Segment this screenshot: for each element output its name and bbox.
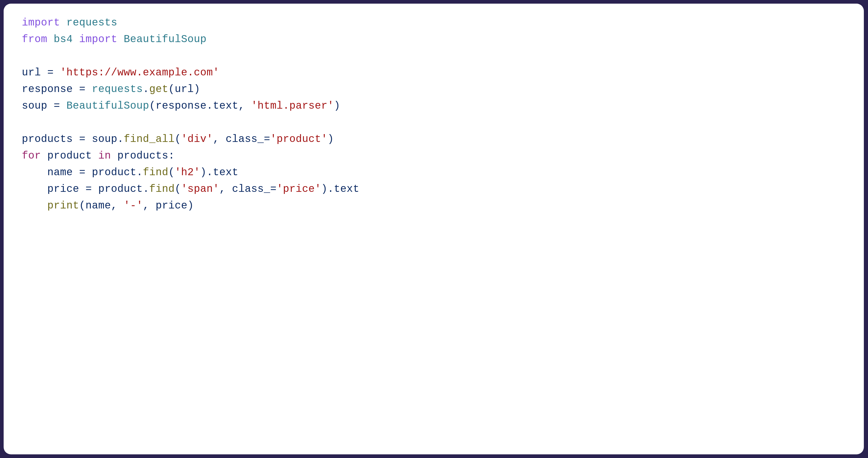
code-token: ,: [143, 200, 149, 212]
code-token: =: [79, 133, 86, 145]
code-token: [118, 33, 124, 45]
code-token: .: [207, 166, 213, 178]
code-token: [86, 84, 92, 95]
code-token: [118, 200, 124, 212]
code-token: =: [47, 67, 54, 79]
code-token: 'price': [277, 183, 321, 195]
code-token: 'h2': [175, 166, 200, 178]
code-token: product: [47, 150, 92, 162]
code-token: url: [22, 67, 41, 79]
code-token: products: [22, 133, 73, 145]
code-token: class_: [232, 183, 270, 195]
code-token: import: [79, 33, 118, 45]
code-token: (: [79, 200, 86, 212]
code-token: url: [175, 84, 194, 95]
code-token: ,: [111, 200, 118, 212]
code-token: [47, 100, 54, 112]
code-line: for product in products:: [22, 150, 175, 162]
code-line: products = soup.find_all('div', class_='…: [22, 133, 334, 145]
code-token: .: [136, 166, 143, 178]
code-token: print: [47, 200, 79, 212]
code-token: ): [334, 100, 340, 112]
code-token: from: [22, 33, 47, 45]
code-token: 'product': [270, 133, 328, 145]
code-token: get: [149, 84, 168, 95]
code-token: =: [86, 183, 92, 195]
code-token: BeautifulSoup: [124, 33, 207, 45]
code-token: :: [168, 150, 175, 162]
code-token: import: [22, 17, 60, 29]
code-token: requests: [92, 84, 143, 95]
code-token: ): [200, 166, 207, 178]
code-token: [47, 33, 54, 45]
code-token: text: [334, 183, 360, 195]
code-line: import requests: [22, 17, 118, 29]
code-token: =: [54, 100, 60, 112]
code-token: for: [22, 150, 41, 162]
code-token: product: [92, 166, 137, 178]
code-token: name: [86, 200, 111, 212]
code-token: =: [79, 84, 86, 95]
code-token: [73, 84, 79, 95]
code-token: text: [213, 166, 238, 178]
code-block: import requests from bs4 import Beautifu…: [22, 14, 846, 214]
code-token: .: [207, 100, 213, 112]
code-token: [219, 133, 226, 145]
code-token: ): [187, 200, 194, 212]
code-token: 'https://www.example.com': [60, 67, 219, 79]
code-token: [60, 17, 66, 29]
code-token: find: [149, 183, 175, 195]
code-token: =: [79, 166, 86, 178]
code-token: bs4: [54, 33, 73, 45]
code-token: [111, 150, 118, 162]
code-line: name = product.find('h2').text: [22, 166, 238, 178]
code-token: 'div': [181, 133, 213, 145]
code-token: response: [22, 84, 73, 95]
code-token: (: [175, 183, 181, 195]
code-line: price = product.find('span', class_='pri…: [22, 183, 360, 195]
code-token: in: [98, 150, 111, 162]
code-token: class_: [225, 133, 264, 145]
code-token: [92, 150, 98, 162]
code-token: requests: [66, 17, 118, 29]
code-token: [60, 100, 66, 112]
code-token: price: [47, 183, 79, 195]
code-line: soup = BeautifulSoup(response.text, 'htm…: [22, 100, 340, 112]
code-token: [86, 133, 92, 145]
code-token: response: [156, 100, 207, 112]
code-token: ): [328, 133, 334, 145]
code-token: BeautifulSoup: [66, 100, 149, 112]
code-token: [41, 150, 48, 162]
code-token: =: [270, 183, 277, 195]
code-token: price: [156, 200, 188, 212]
code-token: ,: [238, 100, 245, 112]
code-token: find: [143, 166, 168, 178]
code-line: url = 'https://www.example.com': [22, 67, 219, 79]
code-token: '-': [124, 200, 143, 212]
code-token: products: [118, 150, 168, 162]
code-token: .: [143, 84, 149, 95]
code-token: .: [118, 133, 124, 145]
code-token: 'span': [181, 183, 219, 195]
code-token: (: [149, 100, 156, 112]
code-line: print(name, '-', price): [22, 200, 194, 212]
code-token: [73, 133, 79, 145]
code-token: ): [194, 84, 200, 95]
code-token: (: [168, 84, 175, 95]
code-line: response = requests.get(url): [22, 84, 200, 95]
code-token: =: [264, 133, 270, 145]
code-token: find_all: [124, 133, 175, 145]
code-token: [73, 166, 79, 178]
code-token: [92, 183, 98, 195]
code-token: [54, 67, 60, 79]
code-token: .: [143, 183, 149, 195]
code-token: ,: [213, 133, 219, 145]
code-line: from bs4 import BeautifulSoup: [22, 33, 207, 45]
code-token: [245, 100, 251, 112]
code-token: .: [328, 183, 334, 195]
code-token: [79, 183, 86, 195]
code-token: text: [213, 100, 238, 112]
code-token: [225, 183, 232, 195]
code-token: soup: [22, 100, 47, 112]
code-token: (: [168, 166, 175, 178]
